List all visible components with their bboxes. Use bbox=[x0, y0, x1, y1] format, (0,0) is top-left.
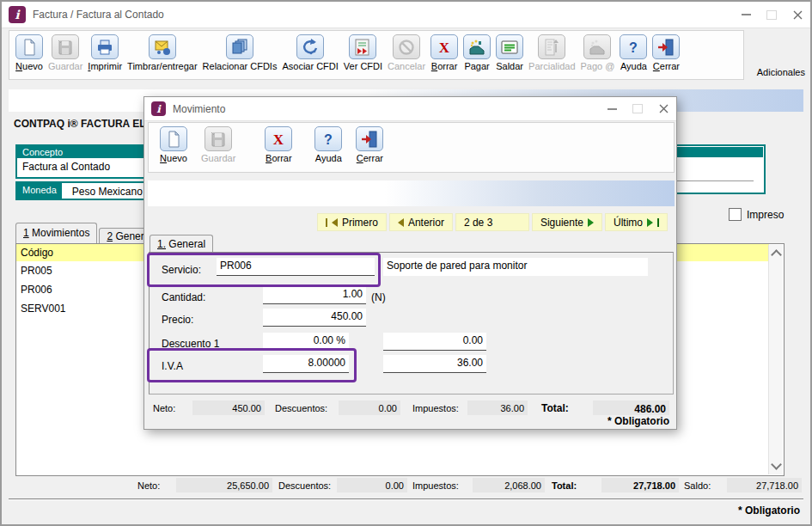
toolbar-button-borrar[interactable]: X Borrar bbox=[428, 34, 461, 71]
toolbar-label: Ver CFDI bbox=[344, 61, 382, 71]
minimize-button[interactable] bbox=[733, 2, 759, 28]
toolbar-label: Borrar bbox=[266, 153, 292, 163]
toolbar-button-pagar[interactable]: Pagar bbox=[461, 34, 493, 71]
delete-x-icon: X bbox=[434, 38, 455, 57]
toolbar-button-imprimir[interactable]: Imprimir bbox=[85, 34, 125, 71]
toolbar-button-relacionar-cfdis[interactable]: Relacionar CFDIs bbox=[200, 34, 280, 71]
dialog-button-guardar: Guardar bbox=[198, 126, 238, 163]
pay-icon bbox=[467, 38, 487, 57]
toolbar-label: Cancelar bbox=[388, 61, 425, 71]
nav-label: Anterior bbox=[408, 217, 444, 229]
iva-rate-field[interactable]: 8.00000 bbox=[263, 355, 349, 373]
toolbar-button-pago-arroba: Pago @ bbox=[578, 34, 618, 71]
scroll-up-icon[interactable] bbox=[771, 249, 782, 260]
toolbar-button-parcialidad: Parcialidad bbox=[526, 34, 577, 71]
toolbar-button-ver-cfdi[interactable]: Ver CFDI bbox=[341, 34, 385, 71]
toolbar-label: Cerrar bbox=[357, 153, 383, 163]
previous-record-icon bbox=[398, 218, 404, 227]
neto-value: 25,650.00 bbox=[176, 478, 272, 492]
descuentos-value: 0.00 bbox=[339, 401, 400, 415]
servicio-field[interactable]: PR006 bbox=[217, 258, 375, 276]
impuestos-label: Impuestos: bbox=[412, 403, 459, 413]
associate-cfdi-icon bbox=[300, 38, 321, 57]
nav-previous-button[interactable]: Anterior bbox=[389, 213, 453, 231]
descuento1-amount-field[interactable]: 0.00 bbox=[383, 333, 486, 351]
svg-text:?: ? bbox=[324, 132, 333, 147]
nav-next-button[interactable]: Siguiente bbox=[532, 213, 602, 231]
toolbar-button-cerrar[interactable]: Cerrar bbox=[650, 34, 682, 71]
dialog-gradient-band bbox=[148, 180, 675, 206]
nav-label: Último bbox=[614, 217, 643, 229]
iva-amount-field[interactable]: 36.00 bbox=[383, 355, 486, 373]
tab-general[interactable]: 1. General bbox=[150, 235, 213, 253]
dialog-close-button[interactable] bbox=[650, 97, 676, 120]
svg-text:?: ? bbox=[630, 40, 638, 55]
settle-icon bbox=[499, 38, 520, 57]
toolbar-label: Nuevo bbox=[160, 153, 187, 163]
nav-first-button[interactable]: Primero bbox=[317, 213, 387, 231]
help-icon: ? bbox=[318, 130, 339, 149]
dialog-minimize-button[interactable] bbox=[599, 97, 625, 120]
toolbar-button-asociar-cfdi[interactable]: Asociar CFDI bbox=[279, 34, 340, 71]
record-position-label: 2 de 3 bbox=[464, 217, 492, 229]
toolbar-button-timbrar[interactable]: Timbrar/entregar bbox=[125, 34, 200, 71]
impuestos-value: 2,068.00 bbox=[473, 478, 545, 492]
stamp-deliver-icon bbox=[152, 38, 173, 57]
toolbar-label: Guardar bbox=[48, 61, 82, 71]
close-button[interactable] bbox=[785, 2, 810, 28]
new-page-icon bbox=[19, 38, 40, 57]
exit-door-icon bbox=[656, 38, 676, 57]
toolbar-button-cancelar: Cancelar bbox=[385, 34, 428, 71]
cancel-icon bbox=[396, 38, 417, 57]
printer-icon bbox=[95, 38, 115, 57]
saldo-value: 27,718.00 bbox=[727, 478, 802, 492]
scroll-down-icon[interactable] bbox=[771, 459, 782, 470]
dialog-button-borrar[interactable]: X Borrar bbox=[262, 126, 295, 163]
toolbar-label: Guardar bbox=[201, 153, 235, 163]
cantidad-field[interactable]: 1.00 bbox=[263, 286, 366, 304]
toolbar-label: Parcialidad bbox=[528, 61, 575, 71]
impreso-checkbox[interactable] bbox=[729, 208, 742, 221]
toolbar-label: Relacionar CFDIs bbox=[203, 61, 278, 71]
impuestos-value: 36.00 bbox=[467, 401, 528, 415]
toolbar-button-saldar[interactable]: Saldar bbox=[493, 34, 526, 71]
toolbar-label: Asociar CFDI bbox=[282, 61, 338, 71]
dialog-button-nuevo[interactable]: Nuevo bbox=[157, 126, 190, 163]
dialog-obligatorio-note: * Obligatorio bbox=[607, 415, 669, 427]
new-page-icon bbox=[163, 130, 184, 149]
first-record-icon bbox=[326, 218, 327, 227]
toolbar-button-nuevo[interactable]: Nuevo bbox=[13, 34, 46, 71]
servicio-description-field[interactable]: Soporte de pared para monitor bbox=[383, 258, 648, 276]
nav-last-button[interactable]: Último bbox=[605, 213, 668, 231]
descuentos-label: Descuentos: bbox=[278, 480, 331, 491]
minimize-icon bbox=[607, 108, 617, 110]
toolbar-button-ayuda[interactable]: ? Ayuda bbox=[617, 34, 650, 71]
window-title: Factura / Factura al Contado bbox=[33, 9, 164, 21]
main-toolbar: Nuevo Guardar Imprimir Timbrar/entregar … bbox=[9, 30, 744, 80]
total-label: Total: bbox=[552, 480, 577, 491]
last-record-icon bbox=[647, 218, 653, 227]
vertical-scrollbar[interactable] bbox=[768, 245, 783, 474]
dialog-button-cerrar[interactable]: Cerrar bbox=[353, 126, 386, 163]
precio-label: Precio: bbox=[162, 314, 193, 326]
minimize-icon bbox=[742, 14, 751, 15]
svg-text:X: X bbox=[273, 132, 284, 148]
adicionales-label[interactable]: Adicionales bbox=[757, 67, 805, 77]
dialog-title: Movimiento bbox=[173, 103, 225, 115]
moneda-value[interactable]: Peso Mexicano bbox=[62, 183, 143, 199]
dialog-maximize-button bbox=[625, 97, 650, 120]
neto-label: Neto: bbox=[153, 403, 175, 413]
toolbar-label: Ayuda bbox=[315, 153, 342, 163]
neto-label: Neto: bbox=[137, 480, 160, 491]
servicio-label: Servicio: bbox=[162, 264, 201, 276]
precio-field[interactable]: 450.00 bbox=[263, 309, 366, 327]
svg-text:X: X bbox=[439, 40, 450, 56]
window-controls bbox=[733, 2, 810, 28]
nav-label: Siguiente bbox=[540, 217, 583, 229]
descuento1-percent-field[interactable]: 0.00 % bbox=[263, 333, 349, 351]
iva-label: I.V.A bbox=[162, 360, 183, 372]
descuentos-label: Descuentos: bbox=[275, 403, 327, 413]
main-obligatorio-note: * Obligatorio bbox=[738, 505, 800, 517]
dialog-button-ayuda[interactable]: ? Ayuda bbox=[312, 126, 345, 163]
cantidad-label: Cantidad: bbox=[162, 291, 205, 303]
